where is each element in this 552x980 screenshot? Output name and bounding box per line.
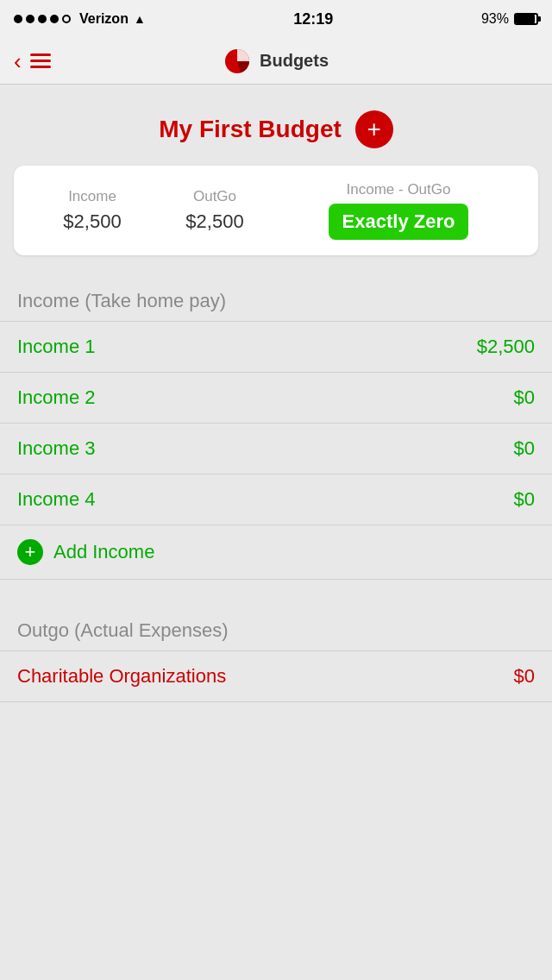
carrier-label: Verizon xyxy=(79,11,129,27)
income-label: Income xyxy=(31,188,154,205)
income-section: Income (Take home pay) Income 1 $2,500 I… xyxy=(0,276,552,580)
signal-dot-3 xyxy=(38,15,47,23)
add-income-button[interactable]: + Add Income xyxy=(0,525,552,580)
back-button[interactable]: ‹ xyxy=(14,50,22,72)
income-item-3[interactable]: Income 3 $0 xyxy=(0,423,552,474)
income-value: $2,500 xyxy=(31,210,154,233)
difference-label: Income - OutGo xyxy=(276,181,521,198)
battery-fill xyxy=(516,15,535,23)
signal-dot-4 xyxy=(50,15,59,23)
income-col: Income $2,500 xyxy=(31,188,154,233)
menu-line-3 xyxy=(30,66,51,68)
budget-header: My First Budget + xyxy=(0,102,552,166)
battery-percentage: 93% xyxy=(481,11,509,27)
add-income-icon: + xyxy=(17,539,43,565)
nav-title: Budgets xyxy=(260,51,329,71)
income-4-value: $0 xyxy=(514,488,535,511)
signal-dot-5 xyxy=(62,15,71,23)
status-bar: Verizon ▲ 12:19 93% xyxy=(0,0,552,38)
outgo-col: OutGo $2,500 xyxy=(154,188,276,233)
outgo-label: OutGo xyxy=(154,188,276,205)
income-3-value: $0 xyxy=(514,437,535,460)
status-time: 12:19 xyxy=(293,10,333,28)
charitable-org-label: Charitable Organizations xyxy=(17,665,226,688)
main-content: My First Budget + Income $2,500 OutGo $2… xyxy=(0,85,552,719)
status-right: 93% xyxy=(481,11,538,27)
nav-left-controls: ‹ xyxy=(14,50,51,72)
charitable-org-value: $0 xyxy=(514,665,535,688)
menu-line-2 xyxy=(30,60,51,62)
income-item-4[interactable]: Income 4 $0 xyxy=(0,474,552,525)
difference-col: Income - OutGo Exactly Zero xyxy=(276,181,521,240)
outgo-item-1[interactable]: Charitable Organizations $0 xyxy=(0,650,552,702)
exactly-zero-badge[interactable]: Exactly Zero xyxy=(329,204,469,240)
budget-title: My First Budget xyxy=(159,116,342,143)
add-budget-button[interactable]: + xyxy=(355,110,393,148)
income-1-label: Income 1 xyxy=(17,336,96,358)
outgo-section-header: Outgo (Actual Expenses) xyxy=(0,606,552,650)
summary-card: Income $2,500 OutGo $2,500 Income - OutG… xyxy=(14,166,538,255)
income-3-label: Income 3 xyxy=(17,437,96,460)
income-2-label: Income 2 xyxy=(17,386,96,409)
income-item-1[interactable]: Income 1 $2,500 xyxy=(0,321,552,372)
outgo-section: Outgo (Actual Expenses) Charitable Organ… xyxy=(0,606,552,702)
income-item-2[interactable]: Income 2 $0 xyxy=(0,372,552,423)
exactly-zero-text: Exactly Zero xyxy=(342,210,455,232)
nav-title-area: Budgets xyxy=(223,47,329,75)
nav-bar: ‹ Budgets xyxy=(0,38,552,85)
pie-chart-icon xyxy=(223,47,251,75)
outgo-value: $2,500 xyxy=(154,210,276,233)
signal-dot-1 xyxy=(14,15,22,23)
status-left: Verizon ▲ xyxy=(14,11,146,27)
wifi-icon: ▲ xyxy=(134,12,146,26)
signal-dot-2 xyxy=(26,15,34,23)
income-4-label: Income 4 xyxy=(17,488,96,511)
menu-button[interactable] xyxy=(30,53,51,68)
battery-icon xyxy=(514,13,538,25)
income-section-header: Income (Take home pay) xyxy=(0,276,552,321)
add-income-label: Add Income xyxy=(53,541,154,563)
signal-dots xyxy=(14,15,71,23)
menu-line-1 xyxy=(30,53,51,56)
income-1-value: $2,500 xyxy=(477,336,535,358)
income-2-value: $0 xyxy=(514,386,535,409)
summary-labels-row: Income $2,500 OutGo $2,500 Income - OutG… xyxy=(31,181,521,240)
